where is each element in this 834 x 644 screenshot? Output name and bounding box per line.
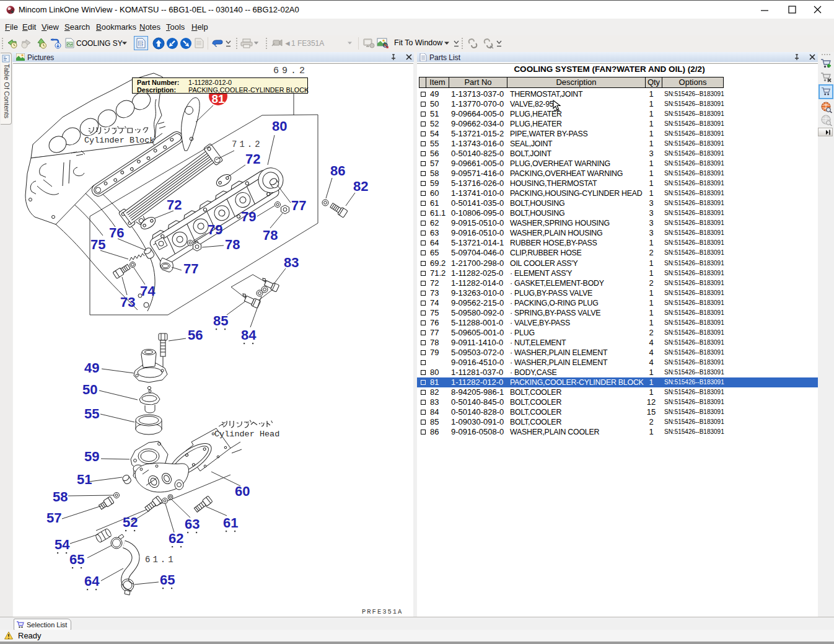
svg-text:50: 50 — [82, 382, 97, 397]
svg-text:77: 77 — [183, 261, 198, 276]
svg-text:72: 72 — [167, 197, 182, 213]
svg-text:72: 72 — [245, 151, 260, 167]
svg-text:71.2: 71.2 — [232, 139, 263, 149]
svg-text:49: 49 — [84, 360, 99, 376]
svg-text:84: 84 — [241, 327, 257, 343]
svg-text:83: 83 — [284, 255, 299, 270]
svg-text:60: 60 — [235, 483, 250, 499]
svg-text:77: 77 — [291, 198, 306, 213]
svg-text:65: 65 — [69, 552, 84, 567]
svg-text:69.2: 69.2 — [273, 66, 308, 76]
svg-text:75: 75 — [90, 237, 105, 252]
svg-text:64: 64 — [84, 573, 100, 589]
svg-text:Cylinder Block: Cylinder Block — [84, 136, 154, 145]
svg-text:65: 65 — [160, 572, 175, 588]
svg-text:Cylinder Head: Cylinder Head — [214, 430, 279, 439]
svg-text:78: 78 — [263, 227, 278, 243]
svg-text:62: 62 — [169, 531, 183, 546]
svg-text:59: 59 — [84, 449, 99, 464]
svg-text:PRFE351A: PRFE351A — [362, 608, 403, 615]
svg-text:52: 52 — [123, 514, 138, 530]
svg-text:63: 63 — [185, 516, 200, 532]
svg-text:86: 86 — [330, 163, 345, 179]
svg-text:76: 76 — [109, 225, 124, 240]
svg-text:78: 78 — [225, 237, 240, 252]
svg-text:79: 79 — [208, 222, 222, 237]
svg-text:55: 55 — [84, 406, 99, 421]
svg-text:58: 58 — [53, 489, 68, 505]
svg-text:54: 54 — [55, 537, 70, 552]
svg-text:80: 80 — [272, 118, 287, 134]
svg-text:57: 57 — [46, 510, 61, 526]
svg-text:74: 74 — [140, 283, 156, 299]
svg-text:85: 85 — [213, 313, 228, 329]
svg-text:79: 79 — [241, 209, 256, 224]
svg-text:56: 56 — [188, 327, 203, 343]
svg-text:51: 51 — [77, 472, 92, 487]
svg-text:81: 81 — [211, 92, 225, 105]
svg-text:73: 73 — [120, 294, 135, 310]
svg-text:61: 61 — [223, 515, 238, 531]
svg-text:82: 82 — [353, 179, 368, 194]
svg-text:61.1: 61.1 — [145, 555, 176, 565]
